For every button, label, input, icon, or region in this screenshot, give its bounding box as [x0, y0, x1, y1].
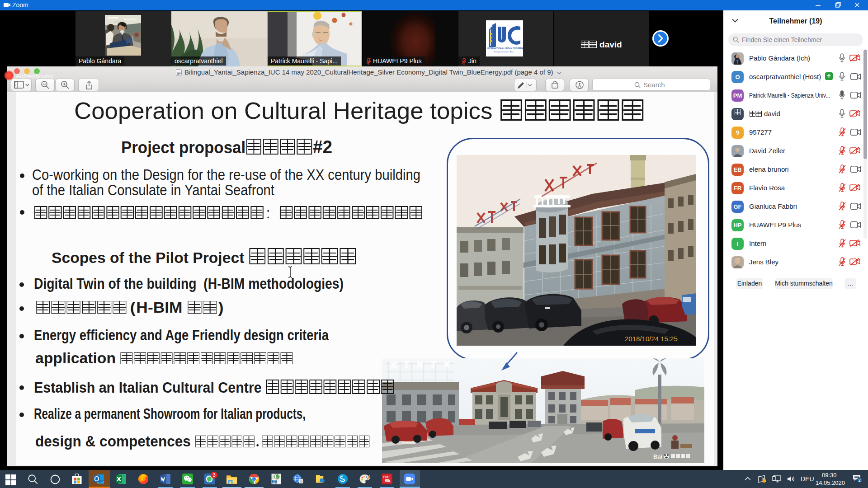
svg-text:European Union -Asia: European Union -Asia	[494, 51, 514, 53]
svg-text:2: 2	[859, 478, 861, 483]
svg-text:2018/10/24 15:25: 2018/10/24 15:25	[625, 335, 678, 343]
svg-text:PDF: PDF	[383, 475, 389, 479]
svg-text:Bai: Bai	[653, 453, 662, 460]
svg-text:INTERNATIONAL URBAN COOPERAT: INTERNATIONAL URBAN COOPERAT	[487, 47, 523, 50]
